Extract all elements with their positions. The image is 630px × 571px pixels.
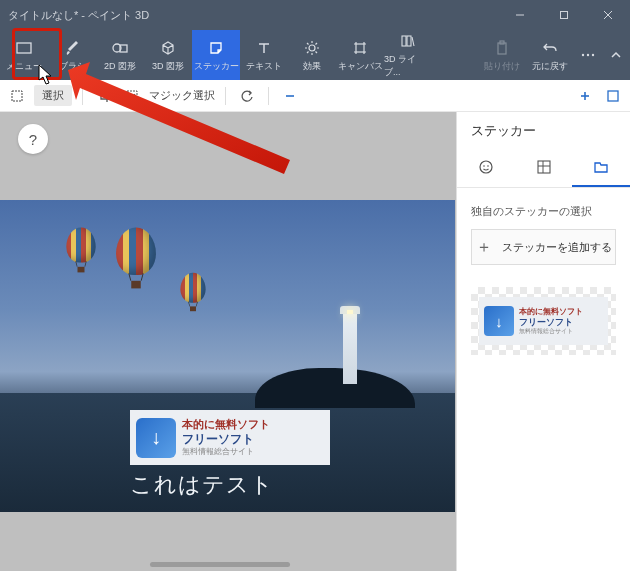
help-label: ? [29, 131, 37, 148]
svg-rect-34 [538, 161, 550, 173]
thumb-line2: フリーソフト [519, 317, 583, 328]
side-panel-title: ステッカー [457, 112, 630, 148]
more-icon [581, 45, 595, 65]
brushes-label: ブラシ [59, 60, 86, 73]
balloon [66, 228, 95, 273]
svg-line-19 [412, 37, 414, 46]
tab-sticker-shapes[interactable] [457, 148, 515, 187]
select-icon[interactable] [6, 85, 28, 107]
plus-icon: ＋ [476, 237, 492, 258]
stickers-button[interactable]: ステッカー [192, 30, 240, 80]
effects-label: 効果 [303, 60, 321, 73]
effects-icon [304, 38, 320, 58]
2d-shapes-label: 2D 図形 [104, 60, 136, 73]
svg-rect-16 [356, 44, 364, 52]
thumb-line1: 本的に無料ソフト [519, 307, 583, 317]
toolbar-more-button[interactable] [574, 30, 602, 80]
side-tabs [457, 148, 630, 188]
thumbnail-content: 本的に無料ソフト フリーソフト 無料情報総合サイト [479, 297, 608, 345]
svg-rect-26 [127, 91, 137, 101]
maximize-button[interactable] [542, 0, 586, 30]
2d-shapes-button[interactable]: 2D 図形 [96, 30, 144, 80]
zoom-out-icon[interactable] [279, 85, 301, 107]
tab-textures[interactable] [515, 148, 573, 187]
add-sticker-button[interactable]: ＋ ステッカーを追加する [471, 229, 616, 265]
sticker-logo [136, 418, 176, 458]
thumb-text: 本的に無料ソフト フリーソフト 無料情報総合サイト [519, 307, 583, 335]
svg-point-32 [483, 165, 485, 167]
sticker-icon [208, 38, 224, 58]
thumb-line3: 無料情報総合サイト [519, 328, 583, 335]
zoom-in-icon[interactable] [574, 85, 596, 107]
window-controls [498, 0, 630, 30]
divider [225, 87, 226, 105]
paste-icon [495, 38, 509, 58]
3d-library-button[interactable]: 3D ライブ... [384, 30, 432, 80]
magic-select-label[interactable]: マジック選択 [149, 88, 215, 103]
canvas[interactable]: 本的に無料ソフト フリーソフト 無料情報総合サイト これはテスト [0, 200, 455, 512]
lighthouse [343, 312, 357, 384]
svg-point-24 [592, 54, 594, 56]
divider [82, 87, 83, 105]
sticker-thumbnail[interactable]: 本的に無料ソフト フリーソフト 無料情報総合サイト [471, 287, 616, 355]
toolbar-collapse-button[interactable] [602, 30, 630, 80]
tab-custom-stickers[interactable] [572, 148, 630, 187]
stickers-label: ステッカー [194, 60, 239, 73]
text-icon [257, 38, 271, 58]
canvas-viewport[interactable]: ? 本的に無料ソフト フリーソフト 無料情報総合サイト これはテスト [0, 112, 456, 571]
svg-point-7 [309, 45, 315, 51]
minimize-button[interactable] [498, 0, 542, 30]
balloon [180, 273, 205, 311]
3d-shapes-label: 3D 図形 [152, 60, 184, 73]
brushes-button[interactable]: ブラシ [48, 30, 96, 80]
svg-rect-18 [407, 36, 411, 46]
svg-line-14 [316, 43, 318, 45]
undo-label: 元に戻す [532, 60, 568, 73]
main-toolbar: メニュー ブラシ 2D 図形 3D 図形 ステッカー テキスト 効果 [0, 30, 630, 80]
svg-point-22 [582, 54, 584, 56]
side-panel: ステッカー 独自のステッカーの選択 ＋ ステッカーを追加する 本的に無料ソフト … [456, 112, 630, 571]
canvas-label: キャンバス [338, 60, 383, 73]
svg-point-33 [487, 165, 489, 167]
menu-label: メニュー [6, 60, 42, 73]
titlebar: タイトルなし* - ペイント 3D [0, 0, 630, 30]
content-area: ? 本的に無料ソフト フリーソフト 無料情報総合サイト これはテスト ステッカー [0, 112, 630, 571]
canvas-button[interactable]: キャンバス [336, 30, 384, 80]
svg-rect-17 [402, 36, 406, 46]
svg-line-15 [307, 51, 309, 53]
menu-button[interactable]: メニュー [0, 30, 48, 80]
chevron-up-icon [610, 45, 622, 65]
svg-rect-30 [608, 91, 618, 101]
canvas-text-overlay[interactable]: これはテスト [130, 470, 274, 500]
magic-select-icon[interactable] [121, 85, 143, 107]
balloon [116, 228, 156, 289]
rotate-icon[interactable] [236, 85, 258, 107]
sticker-line1: 本的に無料ソフト [182, 417, 270, 431]
sticker-text: 本的に無料ソフト フリーソフト 無料情報総合サイト [182, 417, 270, 457]
placed-sticker[interactable]: 本的に無料ソフト フリーソフト 無料情報総合サイト [130, 410, 330, 465]
3d-shapes-button[interactable]: 3D 図形 [144, 30, 192, 80]
divider [268, 87, 269, 105]
effects-button[interactable]: 効果 [288, 30, 336, 80]
canvas-icon [352, 38, 368, 58]
menu-icon [15, 38, 33, 58]
select-label[interactable]: 選択 [34, 85, 72, 106]
horizontal-scrollbar[interactable] [150, 562, 290, 567]
svg-rect-4 [17, 43, 31, 53]
undo-button[interactable]: 元に戻す [526, 30, 574, 80]
sticker-line3: 無料情報総合サイト [182, 447, 270, 457]
3d-library-label: 3D ライブ... [384, 53, 432, 79]
close-button[interactable] [586, 0, 630, 30]
shapes-2d-icon [111, 38, 129, 58]
thumb-logo [484, 306, 514, 336]
text-button[interactable]: テキスト [240, 30, 288, 80]
paste-button[interactable]: 貼り付け [478, 30, 526, 80]
folder-icon [592, 158, 610, 176]
help-button[interactable]: ? [18, 124, 48, 154]
svg-line-12 [307, 43, 309, 45]
svg-rect-20 [498, 43, 506, 54]
crop-icon[interactable] [93, 85, 115, 107]
fit-icon[interactable] [602, 85, 624, 107]
shapes-3d-icon [160, 38, 176, 58]
side-section-label: 独自のステッカーの選択 [457, 188, 630, 229]
